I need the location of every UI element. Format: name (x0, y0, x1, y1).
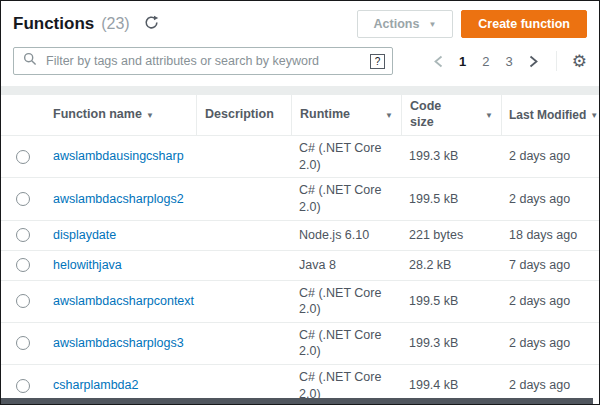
help-icon[interactable]: ? (370, 54, 385, 69)
name-cell: displaydate (45, 223, 196, 248)
chevron-left-icon[interactable] (433, 55, 444, 68)
column-header-modified[interactable]: Last Modified ▼ (501, 95, 600, 135)
runtime-cell: C# (.NET Core 2.0) (291, 178, 401, 219)
row-select-radio[interactable] (16, 150, 30, 164)
filter-bar: ? 123 ⚙ (1, 44, 599, 86)
table-body: awslambdausingcsharp C# (.NET Core 2.0) … (1, 135, 599, 405)
table-top-strip (1, 86, 599, 95)
title-group: Functions (23) (13, 14, 159, 34)
actions-button-label: Actions (374, 17, 420, 31)
create-function-button[interactable]: Create function (461, 10, 587, 38)
code-size-cell: 199.3 kB (401, 331, 501, 356)
search-icon (23, 52, 37, 70)
column-label: Function name (53, 107, 142, 123)
runtime-cell: Node.js 6.10 (291, 223, 401, 248)
table-row: helowithjava Java 8 28.2 kB 7 days ago (1, 250, 599, 280)
code-size-cell: 28.2 kB (401, 253, 501, 278)
column-label: Last Modified (509, 108, 586, 123)
code-size-cell: 221 bytes (401, 223, 501, 248)
table-row: awslambdacsharpcontext C# (.NET Core 2.0… (1, 280, 599, 322)
row-select-cell (1, 290, 45, 312)
row-select-cell (1, 146, 45, 168)
row-select-radio[interactable] (16, 192, 30, 206)
chevron-right-icon[interactable] (528, 55, 539, 68)
pagination: 123 ⚙ (433, 51, 587, 71)
runtime-cell: C# (.NET Core 2.0) (291, 281, 401, 322)
function-name-link[interactable]: awslambdacsharpcontext (53, 294, 194, 308)
runtime-cell: C# (.NET Core 2.0) (291, 323, 401, 364)
column-header-size[interactable]: Code size ▼ (401, 95, 501, 135)
description-cell (196, 153, 291, 161)
description-cell (196, 261, 291, 269)
row-select-radio[interactable] (16, 258, 30, 272)
filter-input[interactable] (44, 53, 363, 69)
row-select-radio[interactable] (16, 294, 30, 308)
last-modified-cell: 2 days ago (501, 187, 599, 212)
row-select-cell (1, 332, 45, 354)
sort-descending-icon: ▼ (485, 111, 493, 120)
column-header-name[interactable]: Function name ▼ (45, 95, 196, 135)
radio-column-header (1, 95, 45, 135)
last-modified-cell: 2 days ago (501, 373, 599, 398)
pagination-page-2[interactable]: 2 (482, 54, 489, 69)
last-modified-cell: 2 days ago (501, 289, 599, 314)
table-row: awslambdacsharplogs2 C# (.NET Core 2.0) … (1, 177, 599, 219)
column-label: Runtime (300, 107, 350, 123)
code-size-cell: 199.5 kB (401, 187, 501, 212)
column-header-desc: Description (196, 95, 291, 135)
lambda-functions-page: Functions (23) Actions ▼ Create function (0, 0, 600, 405)
last-modified-cell: 2 days ago (501, 331, 599, 356)
name-cell: awslambdacsharplogs2 (45, 187, 196, 212)
header-actions: Actions ▼ Create function (357, 10, 587, 38)
horizontal-scrollbar[interactable] (1, 398, 593, 404)
table-row: displaydate Node.js 6.10 221 bytes 18 da… (1, 220, 599, 250)
pagination-page-1[interactable]: 1 (459, 54, 466, 69)
name-cell: awslambdacsharplogs3 (45, 331, 196, 356)
refresh-icon (144, 15, 159, 33)
column-header-runtime[interactable]: Runtime ▼ (291, 95, 401, 135)
function-name-link[interactable]: helowithjava (53, 258, 122, 272)
description-cell (196, 195, 291, 203)
function-name-link[interactable]: csharplambda2 (53, 378, 138, 392)
name-cell: awslambdausingcsharp (45, 144, 196, 169)
description-cell (196, 231, 291, 239)
function-name-link[interactable]: awslambdacsharplogs2 (53, 192, 184, 206)
code-size-cell: 199.3 kB (401, 144, 501, 169)
description-cell (196, 339, 291, 347)
actions-button[interactable]: Actions ▼ (357, 10, 454, 38)
row-select-radio[interactable] (16, 379, 30, 393)
pagination-divider (556, 51, 557, 71)
function-name-link[interactable]: displaydate (53, 228, 116, 242)
function-count-badge: (23) (101, 15, 129, 33)
sort-descending-icon: ▼ (385, 111, 393, 120)
last-modified-cell: 18 days ago (501, 223, 599, 248)
code-size-cell: 199.5 kB (401, 289, 501, 314)
row-select-radio[interactable] (16, 228, 30, 242)
code-size-cell: 199.4 kB (401, 373, 501, 398)
last-modified-cell: 7 days ago (501, 253, 599, 278)
table-row: awslambdacsharplogs3 C# (.NET Core 2.0) … (1, 322, 599, 364)
filter-input-container: ? (13, 47, 393, 75)
refresh-button[interactable] (144, 15, 159, 33)
column-label: Description (205, 107, 274, 123)
row-select-cell (1, 375, 45, 397)
sort-descending-icon: ▼ (590, 111, 598, 120)
name-cell: awslambdacsharpcontext (45, 289, 196, 314)
description-cell (196, 297, 291, 305)
table-header-row: Function name ▼ Description Runtime ▼ Co… (1, 95, 599, 135)
row-select-cell (1, 224, 45, 246)
chevron-down-icon: ▼ (428, 20, 436, 29)
description-cell (196, 382, 291, 390)
column-label: Code size (410, 99, 456, 130)
gear-icon[interactable]: ⚙ (572, 53, 587, 70)
pagination-page-3[interactable]: 3 (506, 54, 513, 69)
row-select-cell (1, 188, 45, 210)
name-cell: csharplambda2 (45, 373, 196, 398)
function-name-link[interactable]: awslambdacsharplogs3 (53, 336, 184, 350)
sort-descending-icon: ▼ (146, 111, 154, 120)
name-cell: helowithjava (45, 253, 196, 278)
page-title: Functions (13, 14, 94, 34)
row-select-radio[interactable] (16, 336, 30, 350)
function-name-link[interactable]: awslambdausingcsharp (53, 149, 184, 163)
page-header: Functions (23) Actions ▼ Create function (1, 1, 599, 44)
